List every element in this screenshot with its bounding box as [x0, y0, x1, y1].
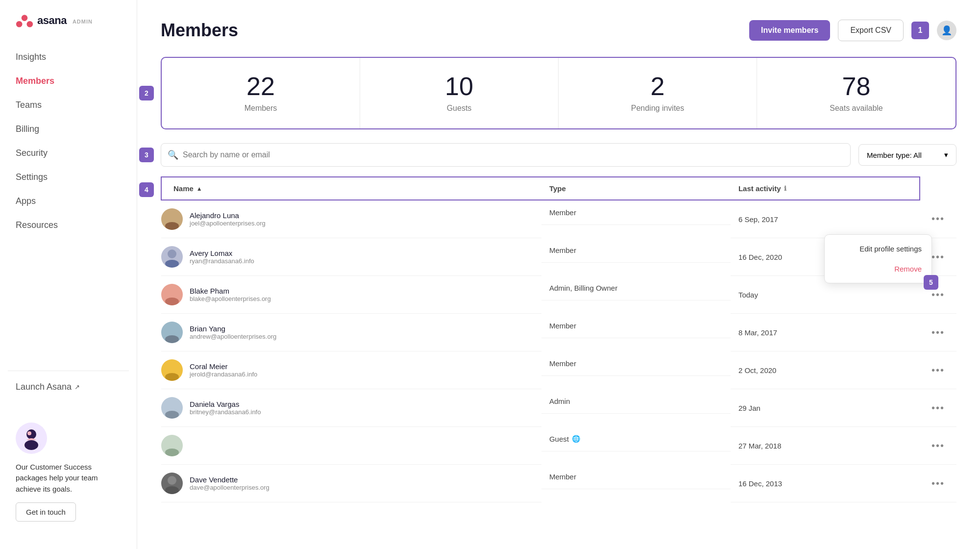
member-cell: [161, 435, 534, 456]
row-actions: •••: [920, 389, 956, 427]
stat-members: 22 Members: [162, 58, 360, 128]
svg-point-5: [27, 431, 31, 435]
row-more-button[interactable]: •••: [928, 325, 949, 340]
member-email: britney@randasana6.info: [190, 408, 261, 416]
member-email: andrew@apolloenterprises.org: [190, 333, 276, 340]
user-avatar[interactable]: 👤: [937, 21, 956, 40]
search-section: 3 🔍 Member type: All ▾: [161, 143, 956, 167]
pending-count: 2: [570, 74, 745, 99]
search-icon: 🔍: [168, 150, 178, 160]
sort-icon: ▲: [196, 185, 202, 192]
svg-point-10: [168, 287, 176, 296]
sidebar-item-resources[interactable]: Resources: [8, 213, 129, 237]
sidebar-item-apps[interactable]: Apps: [8, 189, 129, 213]
stat-pending: 2 Pending invites: [559, 58, 757, 128]
svg-point-19: [165, 449, 179, 456]
sidebar-item-teams[interactable]: Teams: [8, 93, 129, 117]
member-cell: Dave Vendette dave@apolloenterprises.org: [161, 473, 534, 494]
asana-logo-icon: [16, 12, 33, 29]
last-activity: 27 Mar, 2018: [731, 427, 920, 465]
member-cell: Daniela Vargas britney@randasana6.info: [161, 397, 534, 419]
svg-point-7: [165, 222, 179, 230]
main-content: Members Invite members Export CSV 1 👤 2 …: [137, 0, 980, 549]
member-type: Member: [541, 238, 731, 263]
col-name[interactable]: Name ▲: [161, 177, 541, 200]
search-wrapper: 🔍: [161, 143, 851, 167]
sidebar-item-security[interactable]: Security: [8, 141, 129, 165]
svg-point-16: [168, 400, 176, 409]
promo-avatar: [16, 423, 47, 454]
member-type: Admin: [541, 389, 731, 414]
row-more-button[interactable]: •••: [928, 476, 949, 491]
member-name: Avery Lomax: [190, 249, 254, 257]
pending-label: Pending invites: [570, 104, 745, 113]
col-type[interactable]: Type: [541, 177, 731, 200]
member-type-filter[interactable]: Member type: All ▾: [858, 144, 956, 166]
table-row: Alejandro Luna joel@apolloenterprises.or…: [161, 200, 956, 238]
member-type: Guest 🌐: [541, 427, 731, 451]
notification-badge[interactable]: 1: [911, 22, 929, 39]
row-actions: •••: [920, 465, 956, 502]
member-type: Admin, Billing Owner: [541, 276, 731, 300]
table-section: 4 Name ▲ Type: [161, 176, 956, 502]
context-menu: Edit profile settings Remove 5: [824, 234, 932, 283]
stat-guests: 10 Guests: [360, 58, 559, 128]
row-actions: •••: [920, 314, 956, 351]
member-name: Dave Vendette: [190, 475, 270, 484]
members-count: 22: [173, 74, 348, 99]
svg-point-14: [168, 363, 176, 372]
member-type: Member: [541, 465, 731, 489]
svg-point-11: [165, 298, 179, 305]
member-name: Alejandro Luna: [190, 211, 266, 220]
last-activity: 6 Sep, 2017: [731, 200, 920, 238]
table-row: Guest 🌐 27 Mar, 2018 •••: [161, 427, 956, 465]
invite-members-button[interactable]: Invite members: [749, 20, 830, 41]
member-cell: Avery Lomax ryan@randasana6.info: [161, 246, 534, 268]
edit-profile-menu-item[interactable]: Edit profile settings: [825, 239, 931, 259]
member-cell: Alejandro Luna joel@apolloenterprises.or…: [161, 208, 534, 230]
col-last-activity[interactable]: Last activity ℹ: [731, 177, 920, 200]
sidebar: asana ADMIN Insights Members Teams Billi…: [0, 0, 137, 549]
logo-area: asana ADMIN: [0, 12, 137, 45]
remove-menu-item[interactable]: Remove: [825, 259, 931, 279]
svg-point-2: [27, 21, 33, 27]
search-input[interactable]: [161, 143, 851, 167]
row-more-button[interactable]: •••: [928, 211, 949, 226]
get-in-touch-button[interactable]: Get in touch: [16, 502, 76, 522]
sidebar-nav: Insights Members Teams Billing Security …: [0, 45, 137, 367]
sidebar-item-members[interactable]: Members: [8, 69, 129, 93]
svg-point-12: [168, 325, 176, 334]
avatar: [161, 322, 183, 343]
stats-section: 2 22 Members 10 Guests 2 Pending invites…: [161, 57, 956, 129]
member-name: Blake Pham: [190, 287, 271, 295]
avatar: [161, 473, 183, 494]
row-more-button[interactable]: •••: [928, 363, 949, 378]
export-csv-button[interactable]: Export CSV: [838, 20, 904, 41]
row-more-button[interactable]: •••: [928, 400, 949, 416]
member-cell: Blake Pham blake@apolloenterprises.org: [161, 284, 534, 305]
member-name: Brian Yang: [190, 324, 276, 333]
page-title: Members: [161, 20, 238, 41]
members-table: Name ▲ Type Last activity ℹ: [161, 176, 956, 502]
member-name: [190, 438, 192, 446]
step-badge-5: 5: [924, 275, 938, 290]
top-header: Members Invite members Export CSV 1 👤: [161, 20, 956, 41]
sidebar-item-insights[interactable]: Insights: [8, 45, 129, 69]
chevron-down-icon: ▾: [944, 150, 948, 159]
launch-asana-link[interactable]: Launch Asana ↗: [0, 375, 137, 399]
stats-grid: 22 Members 10 Guests 2 Pending invites 7…: [161, 57, 956, 129]
row-more-button[interactable]: •••: [928, 438, 949, 453]
globe-icon: 🌐: [572, 435, 580, 443]
table-body: Alejandro Luna joel@apolloenterprises.or…: [161, 200, 956, 502]
sidebar-item-settings[interactable]: Settings: [8, 165, 129, 189]
svg-point-17: [165, 411, 179, 419]
member-cell: Coral Meier jerold@randasana6.info: [161, 359, 534, 381]
table-row: Coral Meier jerold@randasana6.info Membe…: [161, 351, 956, 389]
promo-text: Our Customer Success packages help your …: [16, 462, 121, 495]
svg-point-21: [165, 486, 179, 494]
guests-label: Guests: [372, 104, 546, 113]
svg-point-6: [168, 212, 176, 221]
avatar: [161, 284, 183, 305]
svg-point-9: [165, 260, 179, 268]
sidebar-item-billing[interactable]: Billing: [8, 117, 129, 141]
